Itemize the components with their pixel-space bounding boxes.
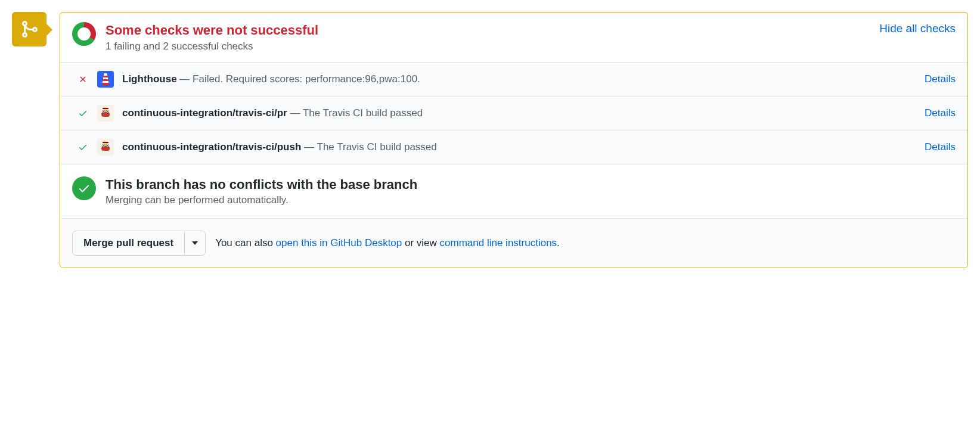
check-details-link[interactable]: Details: [925, 107, 956, 119]
checks-summary-subtitle: 1 failing and 2 successful checks: [106, 41, 870, 52]
check-icon: [77, 141, 89, 153]
check-row: continuous-integration/travis-ci/pr — Th…: [60, 97, 967, 131]
svg-rect-2: [103, 77, 108, 79]
lighthouse-avatar-icon: [97, 71, 114, 88]
success-check-icon: [72, 176, 96, 200]
merge-pull-request-button[interactable]: Merge pull request: [72, 231, 185, 256]
check-row: continuous-integration/travis-ci/push — …: [60, 131, 967, 164]
open-github-desktop-link[interactable]: open this in GitHub Desktop: [276, 237, 402, 249]
merge-help-text: You can also open this in GitHub Desktop…: [215, 237, 560, 249]
git-merge-icon: [12, 12, 46, 46]
svg-rect-7: [103, 108, 108, 109]
travis-avatar-icon: [97, 105, 114, 122]
check-separator: —: [304, 141, 317, 153]
svg-rect-15: [101, 146, 110, 151]
svg-rect-8: [101, 112, 110, 117]
check-desc: The Travis CI build passed: [317, 141, 437, 153]
check-details-link[interactable]: Details: [925, 141, 956, 153]
hide-all-checks-link[interactable]: Hide all checks: [879, 22, 956, 35]
travis-avatar-icon: [97, 139, 114, 156]
svg-rect-3: [103, 79, 108, 81]
chevron-down-icon: [192, 241, 198, 245]
checks-donut-icon: [72, 22, 96, 46]
x-icon: [77, 73, 89, 85]
svg-rect-5: [102, 83, 109, 85]
check-details-link[interactable]: Details: [925, 73, 956, 85]
svg-point-11: [103, 111, 104, 112]
check-desc: Failed. Required scores: performance:96,…: [193, 73, 420, 85]
check-desc: The Travis CI build passed: [303, 107, 423, 119]
checks-summary-header: Some checks were not successful 1 failin…: [60, 13, 967, 63]
conflict-title: This branch has no conflicts with the ba…: [106, 176, 417, 194]
svg-point-12: [107, 111, 108, 112]
command-line-instructions-link[interactable]: command line instructions: [440, 237, 557, 249]
svg-point-18: [103, 145, 104, 146]
merge-conflict-status: This branch has no conflicts with the ba…: [60, 164, 967, 219]
svg-rect-14: [103, 142, 108, 143]
svg-point-19: [107, 145, 108, 146]
conflict-subtitle: Merging can be performed automatically.: [106, 194, 417, 206]
check-name: continuous-integration/travis-ci/pr: [122, 107, 287, 119]
check-separator: —: [179, 73, 193, 85]
check-separator: —: [290, 107, 302, 119]
check-name: Lighthouse: [122, 73, 177, 85]
check-name: continuous-integration/travis-ci/push: [122, 141, 301, 153]
svg-rect-1: [103, 76, 108, 77]
merge-status-box: Some checks were not successful 1 failin…: [60, 12, 968, 268]
merge-footer: Merge pull request You can also open thi…: [60, 219, 967, 268]
merge-dropdown-button[interactable]: [185, 231, 206, 256]
check-icon: [77, 107, 89, 119]
svg-rect-0: [104, 73, 107, 76]
checks-summary-title: Some checks were not successful: [106, 22, 870, 39]
check-row: Lighthouse — Failed. Required scores: pe…: [60, 63, 967, 97]
svg-rect-4: [103, 81, 108, 83]
